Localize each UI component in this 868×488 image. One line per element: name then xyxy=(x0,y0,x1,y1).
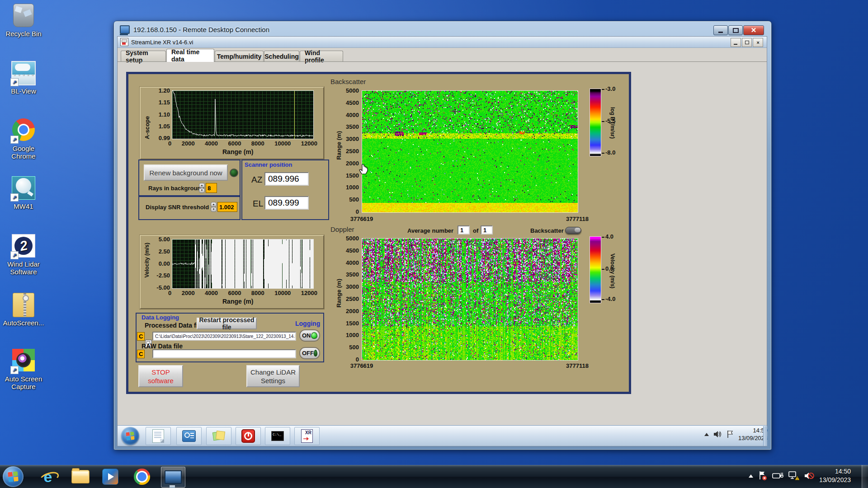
remote-taskbar-power[interactable] xyxy=(236,427,261,445)
internet-explorer-icon: e xyxy=(40,469,56,485)
network-warning-icon[interactable] xyxy=(788,471,799,481)
action-center-flag-icon[interactable] xyxy=(726,430,734,439)
average-number-field[interactable]: 1 xyxy=(458,225,470,235)
desktop-icon-label: Auto Screen Capture xyxy=(0,375,47,390)
backscatter-toggle[interactable] xyxy=(565,227,581,234)
processed-data-file-label: Processed Data file xyxy=(145,322,203,329)
raw-path-field[interactable] xyxy=(152,349,296,358)
tray-expand-icon[interactable] xyxy=(749,474,753,478)
processed-drive-field[interactable]: C xyxy=(137,332,145,341)
vi-close-button[interactable]: × xyxy=(753,38,763,47)
vi-titlebar[interactable]: StreamLine XR v14-6.vi xyxy=(118,37,767,48)
close-button[interactable]: ✕ xyxy=(743,25,764,35)
rays-spinner[interactable]: ▲▼ xyxy=(199,183,205,193)
doppler-colorbar xyxy=(590,236,601,303)
axis-tick: 2500 xyxy=(346,296,359,302)
restart-processed-file-button[interactable]: Restart processed file xyxy=(197,318,257,329)
axis-tick: 1.10 xyxy=(159,111,170,118)
el-value-field[interactable]: 089.999 xyxy=(264,196,309,210)
axis-tick: 4000 xyxy=(346,259,359,266)
shortcut-arrow-icon: ↗ xyxy=(10,136,19,144)
raw-logging-toggle[interactable]: OFF xyxy=(299,347,320,359)
rdp-titlebar[interactable]: 192.168.0.150 - Remote Desktop Connectio… xyxy=(115,23,769,36)
vi-restore-button[interactable] xyxy=(742,38,752,47)
stop-software-button[interactable]: STOP software xyxy=(138,365,183,387)
tab-wind-profile[interactable]: Wind profile xyxy=(300,51,343,61)
raw-data-file-label: RAW Data file xyxy=(142,343,183,350)
show-desktop-button[interactable] xyxy=(862,465,868,488)
axis-tick: 10000 xyxy=(274,290,291,296)
remote-taskbar-sticky-notes[interactable] xyxy=(206,427,231,445)
desktop-icon-chrome[interactable]: ↗ Google Chrome xyxy=(0,118,47,160)
axis-tick: 4500 xyxy=(346,247,359,254)
battery-plug-icon[interactable] xyxy=(772,471,784,481)
axis-tick: 5000 xyxy=(346,235,359,242)
maximize-button[interactable] xyxy=(728,25,743,35)
axis-tick: 2000 xyxy=(346,308,359,314)
axis-tick: 0 xyxy=(356,208,359,215)
host-taskbar-explorer[interactable] xyxy=(69,467,92,487)
az-value: 089.996 xyxy=(268,174,299,184)
axis-tick: 2000 xyxy=(182,290,195,296)
axis-tick: 5000 xyxy=(346,87,359,94)
processed-path-value: C:\Lidar\Data\Proc\2023\202309\20230913\… xyxy=(155,334,295,339)
snr-spinner[interactable]: ▲▼ xyxy=(211,202,217,212)
speaker-muted-icon[interactable] xyxy=(804,471,815,481)
velocity-xlabel: Range (m) xyxy=(222,298,253,305)
recycle-bin-icon xyxy=(11,4,36,28)
host-taskbar-chrome[interactable] xyxy=(130,467,154,487)
host-start-button[interactable] xyxy=(3,466,24,487)
rdp-connection-icon xyxy=(120,25,130,34)
renew-background-button[interactable]: Renew background now xyxy=(144,164,228,181)
tab-scheduling[interactable]: Scheduling xyxy=(264,51,299,61)
processed-path-field[interactable]: C:\Lidar\Data\Proc\2023\202309\20230913\… xyxy=(152,332,296,341)
host-taskbar-media-player[interactable] xyxy=(99,467,122,487)
axis-tick: 6000 xyxy=(228,290,241,296)
desktop-icon-bl-view[interactable]: ↗ BL-View xyxy=(0,61,47,95)
az-value-field[interactable]: 089.996 xyxy=(264,172,309,186)
host-taskbar-remote-desktop-active[interactable] xyxy=(161,467,185,488)
tab-system-setup[interactable]: System setup xyxy=(121,51,166,61)
rays-in-background-label: Rays in background xyxy=(148,185,204,192)
remote-taskbar-display-settings[interactable] xyxy=(176,427,202,445)
remote-taskbar-notepad[interactable] xyxy=(146,427,171,445)
rdp-window-controls: ✕ xyxy=(713,25,765,35)
velocity-ylabel: Velocity (m/s) xyxy=(144,243,150,277)
remote-taskbar-labview-xr[interactable]: XR xyxy=(294,427,320,445)
desktop-icon-auto-screen-capture[interactable]: ↗ Auto Screen Capture xyxy=(0,349,47,390)
snr-value-field[interactable]: 1.002 xyxy=(217,202,237,212)
remote-show-desktop[interactable] xyxy=(763,426,767,446)
tray-expand-icon[interactable] xyxy=(704,433,709,436)
rays-value-field[interactable]: 8 xyxy=(206,183,217,193)
host-clock[interactable]: 14:50 13/09/2023 xyxy=(819,467,851,484)
axis-tick: 1000 xyxy=(346,332,359,338)
tab-real-time-data[interactable]: Real time data xyxy=(166,49,214,62)
remote-start-button[interactable] xyxy=(121,427,139,445)
action-center-flag-error-icon[interactable] xyxy=(758,470,768,481)
host-taskbar-internet-explorer[interactable]: e xyxy=(36,467,60,487)
remote-taskbar-cmd[interactable]: C:\_ xyxy=(265,427,290,445)
notepad-icon xyxy=(152,429,164,443)
axis-tick: 3000 xyxy=(346,136,359,142)
raw-drive-field[interactable]: C xyxy=(137,350,145,358)
processed-drive-letter: C xyxy=(139,333,143,340)
media-player-icon xyxy=(102,469,118,485)
minimize-button[interactable] xyxy=(713,25,728,35)
vi-minimize-button[interactable] xyxy=(731,38,741,47)
average-total-value: 1 xyxy=(483,227,486,234)
snr-threshold-label: Display SNR threshold xyxy=(146,204,209,211)
tab-temp-humidity[interactable]: Temp/humidity xyxy=(215,51,264,61)
desktop-icon-mw41[interactable]: ↗ MW41 xyxy=(0,176,47,210)
axis-tick: 12000 xyxy=(301,290,317,296)
speaker-icon[interactable] xyxy=(713,430,722,438)
vi-window-controls: × xyxy=(730,38,763,47)
rdp-window-title: 192.168.0.150 - Remote Desktop Connectio… xyxy=(133,26,269,33)
change-lidar-settings-button[interactable]: Change LiDAR Settings xyxy=(246,365,300,387)
desktop-icon-recycle-bin[interactable]: Recycle Bin xyxy=(0,4,47,38)
desktop-icon-autoscreen-zip[interactable]: AutoScreen... xyxy=(0,293,47,327)
shortcut-arrow-icon: ↗ xyxy=(10,78,19,86)
desktop-icon-wind-lidar[interactable]: ↗ Wind Lidar Software xyxy=(0,234,47,276)
average-total-field[interactable]: 1 xyxy=(481,225,493,235)
processed-logging-toggle[interactable]: ON xyxy=(299,329,320,342)
average-number-value: 1 xyxy=(460,227,463,234)
